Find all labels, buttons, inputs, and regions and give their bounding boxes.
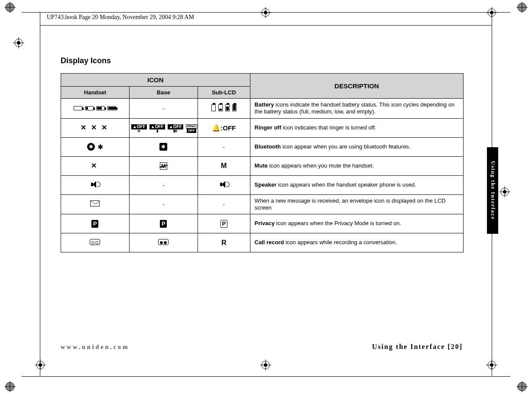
- message-handset-icon: [61, 194, 130, 214]
- bluetooth-base-icon: ✱: [129, 137, 198, 156]
- page-content: Display Icons ICON DESCRIPTION Handset B…: [61, 56, 464, 252]
- battery-full-icon: [107, 106, 116, 110]
- mic-mute-icon: [91, 161, 99, 169]
- section-title: Display Icons: [61, 56, 464, 65]
- mute-handset-icon: [61, 156, 130, 175]
- subcol-handset: Handset: [61, 87, 130, 99]
- speaker-icon: [91, 181, 99, 188]
- battery-v-medium-icon: [225, 104, 230, 111]
- registration-mark-icon: [499, 186, 510, 197]
- record-description: Call record icon appears while recording…: [250, 233, 463, 252]
- subcol-sublcd: Sub-LCD: [198, 87, 250, 99]
- display-icons-table: ICON DESCRIPTION Handset Base Sub-LCD: [61, 73, 464, 252]
- mute-description: Mute icon appears when you mute the hand…: [250, 156, 463, 175]
- speaker-description: Speaker icon appears when the handset sp…: [250, 175, 463, 194]
- battery-v-low-icon: [218, 104, 223, 111]
- registration-mark-icon: [4, 381, 16, 392]
- battery-sublcd-icons: [198, 99, 250, 119]
- registration-mark-icon: [4, 2, 16, 13]
- bell-icon: 🔔: [212, 124, 221, 132]
- bell-off-hb-icon: ▲OFF▮B: [168, 124, 183, 133]
- privacy-handset-icon: P: [61, 214, 130, 233]
- table-row: R Call record icon appears while recordi…: [61, 233, 464, 252]
- crop-line: [40, 25, 492, 26]
- mute-m-icon: M: [221, 162, 227, 169]
- table-row: - - When a new message is received, an e…: [61, 194, 464, 214]
- crop-line: [40, 12, 40, 377]
- privacy-sublcd-icon: P: [198, 214, 250, 233]
- col-icon: ICON: [61, 74, 250, 87]
- table-row: ▲OFFB ▲OFF▮ ▲OFF▮B RINGOFF 🔔:OFF Ringer …: [61, 118, 464, 137]
- framemaker-header: UP743.book Page 20 Monday, November 29, …: [47, 14, 194, 21]
- privacy-description: Privacy icon appears when the Privacy Mo…: [250, 214, 463, 233]
- footer-page: Using the Interface [20]: [372, 343, 463, 351]
- speaker-handset-icon: [61, 175, 130, 194]
- envelope-icon: [90, 200, 100, 207]
- message-description: When a new message is received, an envel…: [250, 194, 463, 214]
- ringer-sublcd-icon: 🔔:OFF: [198, 118, 250, 137]
- registration-mark-icon: [35, 359, 46, 371]
- ringer-base-icons: ▲OFFB ▲OFF▮ ▲OFF▮B RINGOFF: [129, 118, 198, 137]
- record-sublcd-icon: R: [198, 233, 250, 252]
- battery-base-dash: -: [129, 99, 198, 119]
- ringer-description: Ringer off icon indicates that ringer is…: [250, 118, 463, 137]
- bluetooth-outline-icon: ✱: [97, 143, 103, 151]
- speaker-icon: [220, 181, 228, 188]
- record-r-icon: R: [221, 239, 227, 246]
- table-row: ✱ ✱ ✱ - Bluetooth icon appear when you a…: [61, 137, 464, 156]
- speaker-sublcd-icon: [198, 175, 250, 194]
- table-row: M M Mute icon appears when you mute the …: [61, 156, 464, 175]
- crop-line: [22, 376, 510, 377]
- mute-sublcd-icon: M: [198, 156, 250, 175]
- message-sublcd-dash: -: [198, 194, 250, 214]
- registration-mark-icon: [13, 37, 24, 48]
- bluetooth-solid-icon: ✱: [87, 143, 95, 151]
- privacy-p-solid-icon: P: [160, 220, 167, 228]
- registration-mark-icon: [260, 7, 271, 18]
- ringer-off-variant-icon: [81, 123, 88, 131]
- subcol-base: Base: [129, 87, 198, 99]
- table-row: - Speaker icon appears when the handset …: [61, 175, 464, 194]
- bell-off-h-icon: ▲OFF▮: [149, 124, 165, 133]
- section-tab: Using the Interface: [487, 147, 498, 234]
- bluetooth-handset-icons: ✱ ✱: [61, 137, 130, 156]
- battery-handset-icons: [61, 99, 130, 119]
- table-row: P P P Privacy icon appears when the Priv…: [61, 214, 464, 233]
- privacy-p-solid-icon: P: [91, 220, 98, 228]
- mute-base-icon: M: [129, 156, 198, 175]
- battery-low-icon: [85, 106, 94, 110]
- message-base-dash: -: [129, 194, 198, 214]
- registration-mark-icon: [516, 2, 528, 13]
- record-handset-icon: [61, 233, 130, 252]
- bluetooth-sublcd-dash: -: [198, 137, 250, 156]
- registration-mark-icon: [516, 381, 528, 392]
- battery-medium-icon: [96, 106, 105, 110]
- battery-v-full-icon: [232, 104, 237, 111]
- col-description: DESCRIPTION: [250, 74, 463, 99]
- crop-line: [22, 12, 510, 13]
- bell-off-b-icon: ▲OFFB: [131, 124, 147, 133]
- cassette-solid-icon: [158, 239, 169, 245]
- bluetooth-description: Bluetooth icon appear when you are using…: [250, 137, 463, 156]
- record-base-icon: [129, 233, 198, 252]
- ringer-handset-icons: [61, 118, 130, 137]
- cassette-icon: [90, 239, 100, 245]
- privacy-base-icon: P: [129, 214, 198, 233]
- battery-description: Battery icons indicate the handset batte…: [250, 99, 463, 119]
- battery-v-empty-icon: [211, 104, 216, 111]
- registration-mark-icon: [260, 359, 271, 371]
- mute-m-strike-icon: M: [160, 162, 167, 170]
- table-row: - Battery icons indicate the handset bat…: [61, 99, 464, 119]
- ring-off-box-icon: RINGOFF: [186, 124, 197, 133]
- speaker-base-dash: -: [129, 175, 198, 194]
- bluetooth-base-badge-icon: ✱: [159, 143, 167, 151]
- ringer-off-variant-icon: [91, 123, 99, 131]
- battery-empty-icon: [74, 106, 82, 110]
- privacy-p-outline-icon: P: [221, 220, 227, 228]
- footer-url: www.uniden.com: [61, 344, 130, 351]
- ringer-off-variant-icon: [101, 123, 109, 131]
